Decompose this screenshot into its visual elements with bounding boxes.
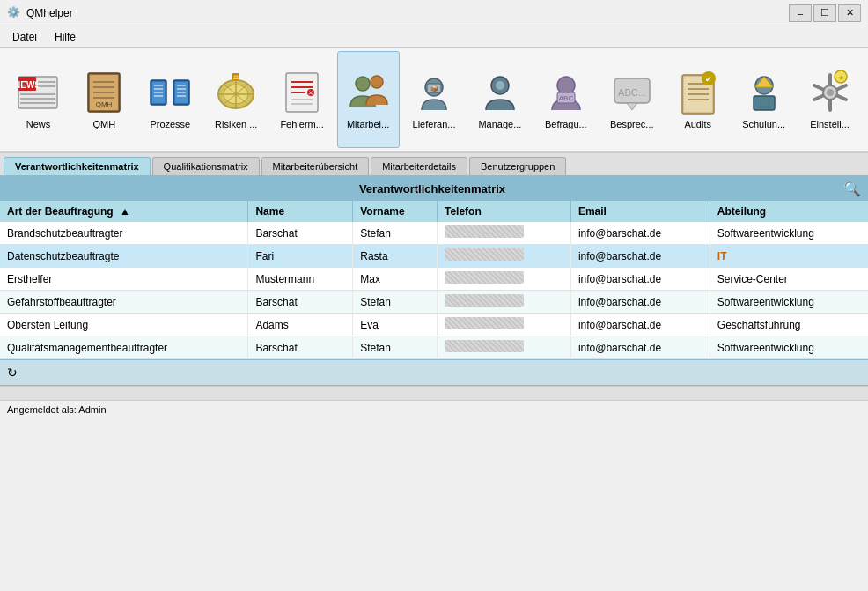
tab-mitarbeiterdetails[interactable]: Mitarbeiterdetails bbox=[371, 157, 467, 175]
svg-text:★: ★ bbox=[837, 74, 843, 82]
table-row[interactable]: GefahrstoffbeauftragterBarschatStefaninf… bbox=[0, 291, 868, 314]
svg-rect-65 bbox=[754, 96, 775, 110]
window-controls: – ☐ ✕ bbox=[789, 4, 861, 22]
toolbar-befragu-label: Befragu... bbox=[545, 119, 587, 129]
table-container: Verantwortlichkeitenmatrix 🔍 Art der Bea… bbox=[0, 177, 868, 359]
menu-hilfe[interactable]: Hilfe bbox=[46, 29, 85, 45]
cell-vorname: Stefan bbox=[353, 222, 438, 245]
befragu-icon: ABC bbox=[543, 70, 589, 115]
sort-arrow-art: ▲ bbox=[120, 205, 130, 218]
obscured-phone bbox=[445, 294, 524, 307]
obscured-phone bbox=[445, 248, 524, 261]
tab-verantwortlichkeitenmatrix[interactable]: Verantwortlichkeitenmatrix bbox=[4, 157, 151, 175]
cell-art: Brandschutzbeauftragter bbox=[0, 222, 248, 245]
cell-vorname: Rasta bbox=[353, 245, 438, 268]
toolbar-fehlerm[interactable]: ✕ Fehlerm... bbox=[271, 51, 334, 148]
cell-abteilung: Softwareentwicklung bbox=[710, 222, 868, 245]
col-email[interactable]: Email bbox=[570, 201, 710, 222]
title-bar: ⚙️ QMhelper – ☐ ✕ bbox=[0, 0, 868, 26]
col-art[interactable]: Art der Beauftragung ▲ bbox=[0, 201, 248, 222]
col-name[interactable]: Name bbox=[248, 201, 353, 222]
data-table: Art der Beauftragung ▲ Name Vorname Tele… bbox=[0, 201, 868, 359]
svg-text:⚖: ⚖ bbox=[233, 74, 239, 80]
table-row[interactable]: QualitätsmanagementbeauftragterBarschatS… bbox=[0, 336, 868, 359]
cell-abteilung: Softwareentwicklung bbox=[710, 336, 868, 359]
svg-text:ABC: ABC bbox=[559, 94, 574, 102]
risiken-icon: ⚖ bbox=[213, 70, 259, 115]
tab-qualifikationsmatrix[interactable]: Qualifikationsmatrix bbox=[152, 157, 260, 175]
toolbar-qmh[interactable]: QMH QMH bbox=[73, 51, 136, 148]
table-row[interactable]: Obersten LeitungAdamsEvainfo@barschat.de… bbox=[0, 314, 868, 336]
close-button[interactable]: ✕ bbox=[838, 4, 861, 22]
audits-icon: ✔ bbox=[675, 70, 721, 115]
toolbar-besprec[interactable]: ABC... Besprec... bbox=[600, 51, 663, 148]
prozesse-icon bbox=[147, 70, 193, 115]
tab-benutzergruppen[interactable]: Benutzergruppen bbox=[469, 157, 566, 175]
tab-mitarbeiteruebersicht[interactable]: Mitarbeiterübersicht bbox=[261, 157, 370, 175]
toolbar-fehlerm-label: Fehlerm... bbox=[280, 119, 324, 129]
cell-vorname: Stefan bbox=[353, 291, 438, 314]
cell-telefon bbox=[438, 336, 571, 359]
toolbar-risiken-label: Risiken ... bbox=[215, 119, 257, 129]
svg-marker-55 bbox=[627, 103, 637, 110]
toolbar-mitarbei[interactable]: Mitarbei... bbox=[337, 51, 400, 148]
table-row[interactable]: ErsthelferMustermannMaxinfo@barschat.deS… bbox=[0, 268, 868, 291]
toolbar-schulun[interactable]: Schulun... bbox=[732, 51, 795, 148]
toolbar-audits[interactable]: ✔ Audits bbox=[666, 51, 729, 148]
col-telefon[interactable]: Telefon bbox=[438, 201, 571, 222]
news-icon: NEWS bbox=[15, 70, 61, 115]
toolbar-liefern[interactable]: 📦 Lieferan... bbox=[403, 51, 466, 148]
liefern-icon: 📦 bbox=[411, 70, 457, 115]
toolbar-schulun-label: Schulun... bbox=[742, 119, 785, 129]
toolbar: NEWS News QMH QMH bbox=[0, 48, 868, 153]
obscured-phone bbox=[445, 271, 524, 284]
table-row[interactable]: DatenschutzbeauftragteFariRastainfo@bars… bbox=[0, 245, 868, 268]
cell-email: info@barschat.de bbox=[570, 336, 710, 359]
footer: Angemeldet als: Admin bbox=[0, 400, 868, 417]
cell-name: Mustermann bbox=[248, 268, 353, 291]
obscured-phone bbox=[445, 340, 524, 352]
toolbar-risiken[interactable]: ⚖ Risiken ... bbox=[205, 51, 268, 148]
cell-art: Datenschutzbeauftragte bbox=[0, 245, 248, 268]
obscured-phone bbox=[445, 317, 524, 329]
svg-text:📦: 📦 bbox=[430, 85, 438, 92]
menu-datei[interactable]: Datei bbox=[4, 29, 46, 45]
cell-email: info@barschat.de bbox=[570, 291, 710, 314]
section-title: Verantwortlichkeitenmatrix 🔍 bbox=[0, 177, 868, 201]
schulun-icon bbox=[741, 70, 787, 115]
svg-point-49 bbox=[496, 81, 504, 90]
col-vorname[interactable]: Vorname bbox=[353, 201, 438, 222]
manage-icon bbox=[477, 70, 523, 115]
cell-art: Qualitätsmanagementbeauftragter bbox=[0, 336, 248, 359]
toolbar-prozesse[interactable]: Prozesse bbox=[139, 51, 202, 148]
toolbar-news-label: News bbox=[26, 119, 51, 129]
toolbar-befragu[interactable]: ABC Befragu... bbox=[534, 51, 597, 148]
table-row[interactable]: BrandschutzbeauftragterBarschatStefaninf… bbox=[0, 222, 868, 245]
cell-name: Barschat bbox=[248, 336, 353, 359]
cell-name: Fari bbox=[248, 245, 353, 268]
einstell-icon: ★ bbox=[807, 70, 853, 115]
toolbar-news[interactable]: NEWS News bbox=[7, 51, 70, 148]
maximize-button[interactable]: ☐ bbox=[813, 4, 836, 22]
cell-art: Ersthelfer bbox=[0, 268, 248, 291]
col-abteilung[interactable]: Abteilung bbox=[710, 201, 868, 222]
refresh-button[interactable]: ↻ bbox=[7, 366, 18, 380]
minimize-button[interactable]: – bbox=[789, 4, 812, 22]
toolbar-manage[interactable]: Manage... bbox=[468, 51, 531, 148]
search-button[interactable]: 🔍 bbox=[843, 181, 861, 197]
cell-email: info@barschat.de bbox=[570, 245, 710, 268]
svg-text:✔: ✔ bbox=[705, 75, 712, 84]
menu-bar: Datei Hilfe bbox=[0, 26, 868, 48]
toolbar-manage-label: Manage... bbox=[478, 119, 521, 129]
toolbar-prozesse-label: Prozesse bbox=[150, 119, 190, 129]
cell-abteilung: IT bbox=[710, 245, 868, 268]
tab-bar: Verantwortlichkeitenmatrix Qualifikation… bbox=[0, 153, 868, 177]
horizontal-scrollbar[interactable] bbox=[0, 386, 868, 400]
section-title-text: Verantwortlichkeitenmatrix bbox=[21, 182, 843, 196]
toolbar-einstell[interactable]: ★ Einstell... bbox=[798, 51, 861, 148]
cell-vorname: Max bbox=[353, 268, 438, 291]
cell-email: info@barschat.de bbox=[570, 268, 710, 291]
status-area: ↻ bbox=[0, 359, 868, 386]
status-text: Angemeldet als: Admin bbox=[7, 404, 107, 415]
mitarbei-icon bbox=[345, 70, 391, 115]
